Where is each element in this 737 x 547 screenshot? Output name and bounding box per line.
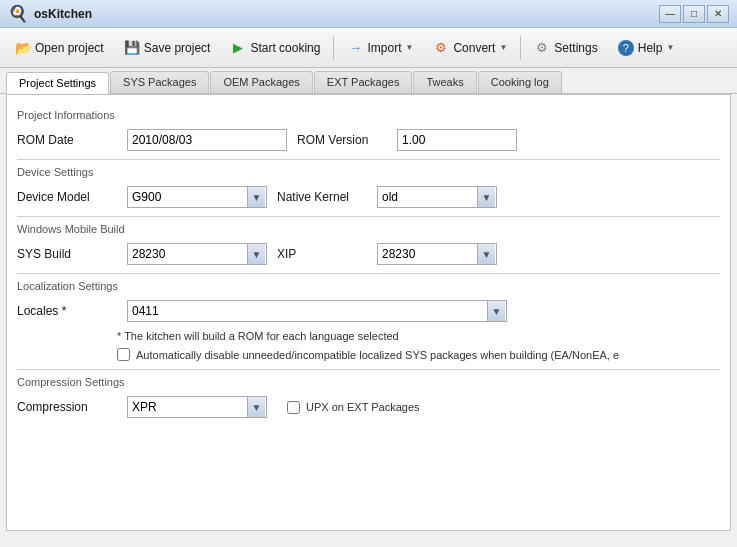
- sys-build-group: SYS Build 28230 ▼ XIP 28230 ▼: [17, 243, 720, 265]
- import-label: Import: [367, 41, 401, 55]
- toolbar: 📂 Open project 💾 Save project ▶ Start co…: [0, 28, 737, 68]
- rom-date-input[interactable]: [127, 129, 287, 151]
- compression-controls: XPR None LZMA ▼ UPX on EXT Packages: [127, 396, 420, 418]
- title-left: 🍳 osKitchen: [8, 4, 92, 23]
- device-model-select-wrapper: G900 ▼: [127, 186, 267, 208]
- localization-section-title: Localization Settings: [17, 280, 720, 292]
- open-project-label: Open project: [35, 41, 104, 55]
- windows-mobile-build-section-title: Windows Mobile Build: [17, 223, 720, 235]
- maximize-button[interactable]: □: [683, 5, 705, 23]
- native-kernel-label: Native Kernel: [277, 190, 367, 204]
- tabs-bar: Project Settings SYS Packages OEM Packag…: [0, 68, 737, 94]
- import-icon: →: [347, 40, 363, 56]
- convert-dropdown-arrow: ▼: [499, 43, 507, 52]
- help-label: Help: [638, 41, 663, 55]
- app-title: osKitchen: [34, 7, 92, 21]
- device-model-label: Device Model: [17, 190, 117, 204]
- settings-label: Settings: [554, 41, 597, 55]
- save-project-button[interactable]: 💾 Save project: [115, 33, 220, 63]
- help-button[interactable]: ? Help ▼: [609, 33, 684, 63]
- tab-oem-packages[interactable]: OEM Packages: [210, 71, 312, 93]
- upx-label: UPX on EXT Packages: [306, 401, 420, 413]
- auto-disable-label: Automatically disable unneeded/incompati…: [136, 349, 619, 361]
- start-cooking-label: Start cooking: [250, 41, 320, 55]
- auto-disable-checkbox[interactable]: [117, 348, 130, 361]
- compression-group: Compression XPR None LZMA ▼ UPX on EXT P…: [17, 396, 720, 418]
- upx-checkbox-group: UPX on EXT Packages: [287, 401, 420, 414]
- save-project-label: Save project: [144, 41, 211, 55]
- xip-label: XIP: [277, 247, 367, 261]
- locales-select-wrapper: 0411 ▼: [127, 300, 507, 322]
- locales-note: * The kitchen will build a ROM for each …: [17, 330, 720, 342]
- convert-icon: ⚙: [433, 40, 449, 56]
- open-project-button[interactable]: 📂 Open project: [6, 33, 113, 63]
- save-icon: 💾: [124, 40, 140, 56]
- sys-build-select-wrapper: 28230 ▼: [127, 243, 267, 265]
- help-dropdown-arrow: ▼: [666, 43, 674, 52]
- auto-disable-checkbox-row: Automatically disable unneeded/incompati…: [17, 348, 720, 361]
- sys-build-select[interactable]: 28230: [127, 243, 267, 265]
- rom-date-label: ROM Date: [17, 133, 117, 147]
- title-bar: 🍳 osKitchen — □ ✕: [0, 0, 737, 28]
- help-icon: ?: [618, 40, 634, 56]
- main-content: Project Informations ROM Date ROM Versio…: [6, 94, 731, 531]
- divider-2: [17, 216, 720, 217]
- divider-3: [17, 273, 720, 274]
- tab-tweaks[interactable]: Tweaks: [413, 71, 476, 93]
- open-folder-icon: 📂: [15, 40, 31, 56]
- divider-1: [17, 159, 720, 160]
- title-controls: — □ ✕: [659, 5, 729, 23]
- settings-icon: ⚙: [534, 40, 550, 56]
- locales-group: Locales * 0411 ▼: [17, 300, 720, 322]
- tab-sys-packages[interactable]: SYS Packages: [110, 71, 209, 93]
- native-kernel-select[interactable]: old new: [377, 186, 497, 208]
- locales-select[interactable]: 0411: [127, 300, 507, 322]
- device-model-select[interactable]: G900: [127, 186, 267, 208]
- compression-section-title: Compression Settings: [17, 376, 720, 388]
- tab-project-settings[interactable]: Project Settings: [6, 72, 109, 94]
- toolbar-separator-2: [520, 36, 521, 60]
- rom-version-label: ROM Version: [297, 133, 387, 147]
- xip-select-wrapper: 28230 ▼: [377, 243, 497, 265]
- toolbar-separator-1: [333, 36, 334, 60]
- compression-select[interactable]: XPR None LZMA: [127, 396, 267, 418]
- xip-select[interactable]: 28230: [377, 243, 497, 265]
- tab-cooking-log[interactable]: Cooking log: [478, 71, 562, 93]
- divider-4: [17, 369, 720, 370]
- settings-button[interactable]: ⚙ Settings: [525, 33, 606, 63]
- device-model-group: Device Model G900 ▼ Native Kernel old ne…: [17, 186, 720, 208]
- play-icon: ▶: [230, 40, 246, 56]
- rom-version-input[interactable]: [397, 129, 517, 151]
- minimize-button[interactable]: —: [659, 5, 681, 23]
- import-dropdown-arrow: ▼: [405, 43, 413, 52]
- compression-label: Compression: [17, 400, 117, 414]
- device-settings-section-title: Device Settings: [17, 166, 720, 178]
- project-info-section-title: Project Informations: [17, 109, 720, 121]
- convert-label: Convert: [453, 41, 495, 55]
- tab-ext-packages[interactable]: EXT Packages: [314, 71, 413, 93]
- start-cooking-button[interactable]: ▶ Start cooking: [221, 33, 329, 63]
- locales-label: Locales *: [17, 304, 117, 318]
- app-icon: 🍳: [8, 4, 28, 23]
- convert-button[interactable]: ⚙ Convert ▼: [424, 33, 516, 63]
- native-kernel-select-wrapper: old new ▼: [377, 186, 497, 208]
- rom-date-group: ROM Date ROM Version: [17, 129, 720, 151]
- compression-select-wrapper: XPR None LZMA ▼: [127, 396, 267, 418]
- close-button[interactable]: ✕: [707, 5, 729, 23]
- import-button[interactable]: → Import ▼: [338, 33, 422, 63]
- sys-build-label: SYS Build: [17, 247, 117, 261]
- upx-checkbox[interactable]: [287, 401, 300, 414]
